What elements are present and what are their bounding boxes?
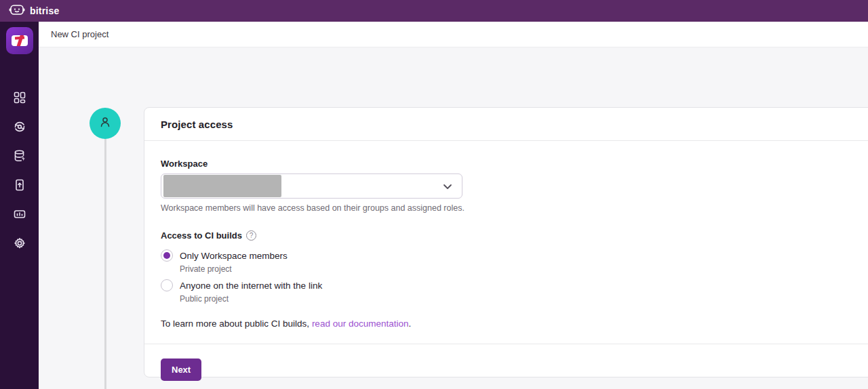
workspace-avatar-logo [12,35,28,46]
project-access-card-header: Project access [144,108,868,141]
main-content: Project access Workspace Workspace membe… [39,47,868,389]
bitrise-logo[interactable]: bitrise [9,3,59,18]
radio-anyone-with-link[interactable]: Anyone on the internet with the link [161,279,868,291]
sidebar-item-apps[interactable] [11,92,28,106]
insights-monitor-icon [13,207,26,224]
learn-more-text: To learn more about public CI builds, re… [161,319,868,329]
bitrise-bot-icon [9,3,25,18]
stepper-step-project-access [90,108,121,139]
stepper-connector-line [104,123,106,389]
documentation-link[interactable]: read our documentation [312,319,409,329]
apps-grid-icon [13,91,26,107]
workspace-helper-text: Workspace members will have access based… [161,203,868,213]
radio-button-selected-icon[interactable] [161,249,173,262]
sidebar-item-devices[interactable] [11,180,28,193]
access-to-ci-builds-label: Access to CI builds [161,230,242,241]
settings-gear-icon [13,237,26,253]
project-access-card: Project access Workspace Workspace membe… [144,107,868,377]
person-icon [98,115,113,132]
sidebar-item-release[interactable] [11,121,28,135]
workspace-avatar[interactable] [6,27,33,54]
radio-only-workspace-members[interactable]: Only Workspace members [161,249,868,262]
release-cycle-icon [13,120,26,136]
workspace-label: Workspace [161,159,868,169]
sidebar-nav [0,22,39,389]
workspace-select[interactable] [161,173,462,199]
sidebar-item-insights[interactable] [11,209,28,222]
access-radio-group: Only Workspace members Private project A… [161,249,868,304]
sidebar-item-build-cache[interactable] [11,150,28,164]
sidebar-item-settings[interactable] [11,238,28,251]
project-access-card-footer: Next [144,344,868,389]
brand-wordmark: bitrise [30,5,59,16]
radio-sublabel-private: Private project [180,264,868,274]
workspace-selected-value-redacted [163,175,281,197]
help-icon[interactable]: ? [246,230,256,241]
page-header: New CI project [39,22,868,47]
build-cache-icon [13,149,26,165]
radio-button-unselected-icon[interactable] [161,279,173,291]
project-access-title: Project access [161,119,233,130]
page-title: New CI project [51,29,108,39]
chevron-down-icon [443,180,452,192]
next-button[interactable]: Next [161,359,201,381]
top-bar: bitrise [0,0,868,22]
mobile-device-icon [13,178,26,194]
radio-sublabel-public: Public project [180,294,868,304]
